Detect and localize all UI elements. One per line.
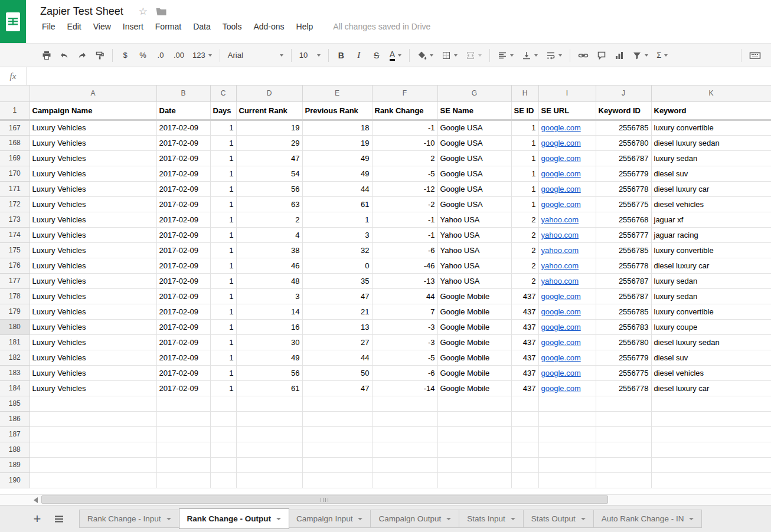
cell[interactable]: 437 [511,380,538,396]
column-header-k[interactable]: K [651,86,771,101]
cell[interactable]: 21 [302,304,372,319]
font-size-select[interactable]: 10 [296,48,324,63]
cell[interactable]: 56 [236,365,302,380]
cell[interactable]: SE URL [538,101,596,120]
row-header-171[interactable]: 171 [0,181,30,196]
cell[interactable]: Keyword [651,101,771,120]
vertical-align-button[interactable] [519,48,541,63]
cell[interactable] [437,396,511,411]
column-header-g[interactable]: G [437,86,511,101]
cell[interactable]: diesel luxury sedan [651,334,771,350]
column-header-c[interactable]: C [210,86,236,101]
cell[interactable]: 437 [511,365,538,380]
column-header-b[interactable]: B [156,86,210,101]
cell[interactable]: 16 [236,319,302,334]
se-url-link[interactable]: google.com [541,338,581,347]
cell[interactable]: Google USA [437,120,511,135]
cell[interactable] [302,472,372,488]
cell[interactable]: luxury sedan [651,273,771,288]
cell[interactable]: -1 [372,120,437,135]
cell[interactable]: 1 [210,196,236,212]
cell[interactable]: yahoo.com [538,212,596,227]
text-color-button[interactable]: A [387,48,404,63]
cell[interactable]: diesel luxury car [651,258,771,273]
cell[interactable]: 2 [511,242,538,258]
cell[interactable]: google.com [538,288,596,304]
cell[interactable]: yahoo.com [538,258,596,273]
italic-button[interactable]: I [351,48,367,63]
cell[interactable]: google.com [538,181,596,196]
cell[interactable]: 44 [372,288,437,304]
cell[interactable]: google.com [538,380,596,396]
cell[interactable] [511,396,538,411]
cell[interactable]: -6 [372,242,437,258]
cell[interactable]: Yahoo USA [437,258,511,273]
cell[interactable]: 1 [210,304,236,319]
cell[interactable] [538,411,596,426]
cell[interactable]: Campaign Name [30,101,156,120]
cell[interactable]: Google USA [437,150,511,166]
cell[interactable] [302,442,372,457]
cell[interactable] [372,411,437,426]
horizontal-align-button[interactable] [495,48,517,63]
row-header-184[interactable]: 184 [0,380,30,396]
cell[interactable]: Yahoo USA [437,212,511,227]
row-header-1[interactable]: 1 [0,101,30,120]
cell[interactable]: 30 [236,334,302,350]
se-url-link[interactable]: google.com [541,353,581,362]
cell[interactable] [210,457,236,472]
cell[interactable] [236,396,302,411]
cell[interactable]: google.com [538,319,596,334]
cell[interactable]: 2556785 [596,242,651,258]
cell[interactable]: 1 [210,181,236,196]
cell[interactable]: 35 [302,273,372,288]
cell[interactable]: luxury sedan [651,288,771,304]
cell[interactable]: 437 [511,334,538,350]
se-url-link[interactable]: google.com [541,139,581,147]
cell[interactable]: 7 [372,304,437,319]
print-button[interactable] [39,48,54,63]
cell[interactable] [210,411,236,426]
cell[interactable]: Google Mobile [437,304,511,319]
se-url-link[interactable]: yahoo.com [541,215,579,224]
cell[interactable]: 2017-02-09 [156,227,210,242]
menu-view[interactable]: View [87,19,117,34]
cell[interactable]: 49 [236,350,302,365]
cell[interactable] [30,472,156,488]
column-header-e[interactable]: E [302,86,372,101]
cell[interactable] [372,472,437,488]
cell[interactable]: Luxury Vehicles [30,166,156,181]
sheet-tab-rank-change-output[interactable]: Rank Change - Output [179,508,290,529]
cell[interactable] [538,442,596,457]
cell[interactable] [651,396,771,411]
borders-button[interactable] [439,48,460,63]
cell[interactable]: -3 [372,334,437,350]
cell[interactable]: 2 [372,150,437,166]
cell[interactable]: Luxury Vehicles [30,135,156,150]
column-header-i[interactable]: I [538,86,596,101]
cell[interactable]: 2017-02-09 [156,258,210,273]
row-header-179[interactable]: 179 [0,304,30,319]
row-header-170[interactable]: 170 [0,166,30,181]
cell[interactable] [30,442,156,457]
row-header-182[interactable]: 182 [0,350,30,365]
cell[interactable]: google.com [538,365,596,380]
cell[interactable]: yahoo.com [538,273,596,288]
cell[interactable]: 2 [236,212,302,227]
row-header-188[interactable]: 188 [0,442,30,457]
cell[interactable]: -10 [372,135,437,150]
cell[interactable]: Yahoo USA [437,227,511,242]
menu-tools[interactable]: Tools [217,19,248,34]
cell[interactable]: Luxury Vehicles [30,319,156,334]
cell[interactable] [437,472,511,488]
row-header-186[interactable]: 186 [0,411,30,426]
cell[interactable]: google.com [538,135,596,150]
cell[interactable]: luxury convertible [651,120,771,135]
column-header-a[interactable]: A [30,86,156,101]
cell[interactable]: 48 [236,273,302,288]
menu-insert[interactable]: Insert [117,19,149,34]
cell[interactable] [372,396,437,411]
cell[interactable]: luxury coupe [651,319,771,334]
cell[interactable]: Luxury Vehicles [30,288,156,304]
cell[interactable]: Google Mobile [437,350,511,365]
